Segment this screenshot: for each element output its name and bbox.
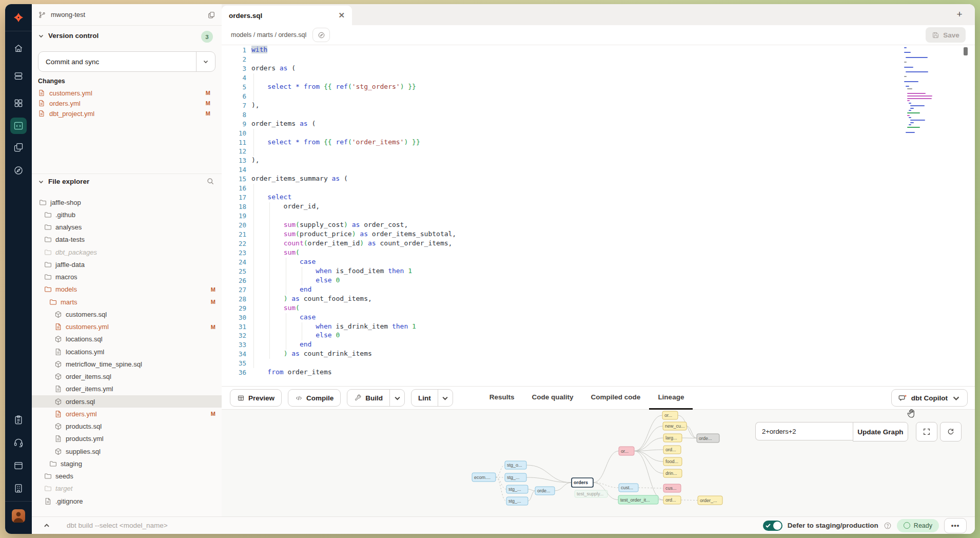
- tree-item-.github[interactable]: .github: [32, 208, 222, 221]
- tree-item-seeds[interactable]: seeds: [32, 470, 222, 483]
- tree-item-marts[interactable]: martsM: [32, 296, 222, 308]
- tab-lineage[interactable]: Lineage: [649, 386, 693, 410]
- home-icon[interactable]: [10, 40, 27, 56]
- organization-icon[interactable]: [10, 480, 27, 496]
- tree-item-analyses[interactable]: analyses: [32, 221, 222, 234]
- tree-item-dbt_packages[interactable]: dbt_packages: [32, 246, 222, 258]
- changed-file-customers.yml[interactable]: customers.ymlM: [38, 88, 214, 98]
- lineage-node-testsupply[interactable]: test_supply...: [575, 490, 607, 497]
- lineage-node-y5[interactable]: food...: [663, 457, 682, 466]
- clipboard-icon[interactable]: [10, 412, 27, 428]
- lineage-node-y8[interactable]: ord...: [663, 496, 681, 504]
- lineage-node-grayorde[interactable]: orde...: [697, 434, 719, 443]
- deploy-stack-icon[interactable]: [10, 68, 27, 84]
- build-button-group[interactable]: Build: [347, 389, 405, 407]
- lineage-node-y4[interactable]: ord...: [663, 446, 681, 454]
- new-tab-button[interactable]: +: [952, 7, 967, 22]
- branch-name[interactable]: mwong-test: [51, 11, 85, 18]
- tree-item-orders.yml[interactable]: orders.ymlM: [32, 408, 222, 420]
- lineage-node-y2[interactable]: new_cu...: [663, 422, 687, 430]
- tree-item-macros[interactable]: macros: [32, 271, 222, 283]
- tree-item-customers.yml[interactable]: customers.ymlM: [32, 321, 222, 333]
- tree-item-order_items.yml[interactable]: order_items.yml: [32, 383, 222, 395]
- update-graph-button[interactable]: Update Graph: [853, 422, 908, 441]
- scrollbar-thumb[interactable]: [964, 47, 968, 55]
- help-icon[interactable]: [884, 522, 892, 530]
- expand-chevron-icon[interactable]: [43, 522, 50, 529]
- lineage-node-ecom[interactable]: ecom....: [472, 473, 496, 482]
- changed-file-dbt_project.yml[interactable]: dbt_project.ymlM: [38, 108, 214, 119]
- support-headset-icon[interactable]: [10, 434, 27, 451]
- lineage-node-y6[interactable]: drin...: [663, 469, 682, 477]
- lineage-node-stg3[interactable]: stg_...: [506, 485, 528, 493]
- search-icon[interactable]: [206, 177, 214, 185]
- model-cube-icon: [54, 311, 62, 318]
- lint-dropdown-chevron[interactable]: [438, 390, 453, 406]
- compile-button[interactable]: Compile: [288, 389, 341, 407]
- preview-button[interactable]: Preview: [230, 389, 282, 407]
- tree-item-supplies.sql[interactable]: supplies.sql: [32, 445, 222, 457]
- tree-item-models[interactable]: modelsM: [32, 283, 222, 296]
- dbt-copilot-button[interactable]: dbt Copilot: [891, 389, 968, 407]
- tree-item-locations.sql[interactable]: locations.sql: [32, 333, 222, 345]
- code-line-18: order_id,: [251, 202, 320, 212]
- lineage-node-orpink[interactable]: or...: [619, 447, 634, 455]
- lineage-node-testorder[interactable]: test_order_it...: [618, 495, 658, 504]
- browser-window-icon[interactable]: [10, 457, 27, 474]
- lineage-selector-input[interactable]: [755, 422, 853, 440]
- tab-orders-sql[interactable]: orders.sql ✕: [222, 6, 352, 25]
- dbt-logo[interactable]: [10, 9, 27, 26]
- close-icon[interactable]: ✕: [338, 11, 345, 20]
- user-avatar[interactable]: [12, 509, 25, 523]
- refresh-button[interactable]: [940, 422, 962, 441]
- save-button[interactable]: Save: [926, 27, 966, 43]
- command-input[interactable]: dbt build --select <model_name>: [67, 522, 168, 529]
- fullscreen-button[interactable]: [916, 422, 937, 441]
- lineage-node-cuspink[interactable]: cus...: [663, 484, 681, 492]
- docs-compass-button[interactable]: [312, 28, 330, 42]
- tree-item-customers.sql[interactable]: customers.sql: [32, 308, 222, 320]
- tree-item-staging[interactable]: staging: [32, 457, 222, 470]
- tree-item-target[interactable]: target: [32, 483, 222, 495]
- lineage-node-y3[interactable]: larg...: [663, 434, 682, 442]
- tree-item-metricflow_time_spine.sql[interactable]: metricflow_time_spine.sql: [32, 358, 222, 370]
- develop-ide-icon[interactable]: [10, 118, 27, 134]
- tab-results[interactable]: Results: [481, 386, 523, 410]
- commit-dropdown-chevron[interactable]: [197, 52, 215, 71]
- lineage-node-y1[interactable]: or...: [662, 411, 678, 419]
- changed-file-orders.yml[interactable]: orders.ymlM: [38, 98, 214, 108]
- code-editor[interactable]: 1234567891011121314151617181920212223242…: [222, 45, 975, 386]
- tree-item-products.yml[interactable]: products.yml: [32, 433, 222, 445]
- tree-item-jaffle-data[interactable]: jaffle-data: [32, 258, 222, 271]
- tree-item-order_items.sql[interactable]: order_items.sql: [32, 371, 222, 383]
- docs-compass-icon[interactable]: [10, 162, 27, 179]
- lineage-node-cust[interactable]: cust...: [619, 484, 638, 492]
- tree-item-data-tests[interactable]: data-tests: [32, 234, 222, 246]
- tab-compiled-code[interactable]: Compiled code: [582, 386, 650, 410]
- status-badge[interactable]: Ready: [897, 519, 939, 532]
- apps-grid-icon[interactable]: [10, 95, 27, 111]
- lineage-node-stg4[interactable]: stg_...: [506, 497, 528, 505]
- commit-and-sync-button[interactable]: Commit and sync: [38, 51, 215, 72]
- lineage-node-orders[interactable]: orders: [572, 478, 593, 487]
- tab-code-quality[interactable]: Code quality: [523, 386, 582, 410]
- copy-branch-icon[interactable]: [207, 11, 215, 19]
- tree-item-.gitignore[interactable]: .gitignore: [32, 495, 222, 507]
- defer-toggle[interactable]: [763, 521, 782, 531]
- tree-item-jaffle-shop[interactable]: jaffle-shop: [32, 196, 222, 208]
- lineage-node-ordeitems[interactable]: orde...: [535, 487, 555, 495]
- tree-item-products.sql[interactable]: products.sql: [32, 420, 222, 433]
- windows-copy-icon[interactable]: [10, 139, 27, 156]
- tree-item-locations.yml[interactable]: locations.yml: [32, 345, 222, 358]
- lineage-node-stg2[interactable]: stg_...: [505, 473, 526, 482]
- more-options-button[interactable]: •••: [944, 518, 967, 533]
- minimap[interactable]: [904, 47, 955, 183]
- build-dropdown-chevron[interactable]: [390, 390, 404, 406]
- code-line-17: select: [251, 193, 291, 202]
- lineage-node-orderlast[interactable]: order_...: [698, 496, 722, 505]
- tree-item-orders.sql[interactable]: orders.sql: [32, 395, 222, 408]
- file-explorer-header[interactable]: File explorer: [38, 178, 89, 185]
- lineage-node-stg1[interactable]: stg_o...: [505, 461, 526, 469]
- version-control-header[interactable]: Version control: [38, 32, 99, 40]
- lint-button-group[interactable]: Lint: [411, 389, 453, 407]
